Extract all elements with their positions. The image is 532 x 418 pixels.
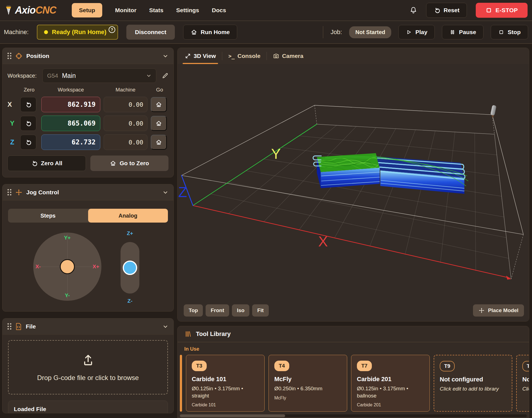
go-x-button[interactable] xyxy=(151,97,167,112)
edit-workspace-icon[interactable] xyxy=(162,72,168,79)
estop-button[interactable]: E-STOP xyxy=(476,3,528,18)
tab-3d-view[interactable]: 3D View xyxy=(181,48,219,64)
zero-y-button[interactable] xyxy=(20,116,36,131)
jog-label-y-plus: Y+ xyxy=(64,235,71,241)
tool-note: McFly xyxy=(274,396,341,401)
xy-jog-knob[interactable] xyxy=(60,259,75,274)
drag-handle-icon[interactable] xyxy=(7,53,11,59)
loaded-file-label: Loaded File xyxy=(14,406,162,412)
drill-logo-icon xyxy=(4,5,13,16)
zero-x-button[interactable] xyxy=(20,97,36,112)
tool-name: McFly xyxy=(274,376,341,383)
nav-tab-stats[interactable]: Stats xyxy=(149,7,163,14)
drag-handle-icon[interactable] xyxy=(7,189,11,195)
column-header-machine: Machine xyxy=(104,87,147,93)
tab-camera[interactable]: Camera xyxy=(270,48,307,64)
run-home-button[interactable]: Run Home xyxy=(183,25,237,40)
tab-console[interactable]: >_ Console xyxy=(225,48,264,64)
nav-tab-docs[interactable]: Docs xyxy=(212,7,226,14)
tool-badge: T7 xyxy=(357,361,372,371)
gcode-dropzone[interactable]: Drop G-code file or click to browse xyxy=(8,340,168,394)
main-nav-tabs: Setup Monitor Stats Settings Docs xyxy=(72,3,226,17)
play-button[interactable]: Play xyxy=(398,25,435,39)
position-panel-header[interactable]: Position xyxy=(2,48,173,64)
divider xyxy=(222,52,222,60)
tool-library-scrollbar[interactable] xyxy=(180,414,527,417)
loaded-file-card: Loaded File setup3.nc xyxy=(8,401,168,413)
tool-cylinder xyxy=(490,105,497,118)
go-z-button[interactable] xyxy=(151,135,167,150)
tool-note: Carbide 101 xyxy=(192,402,259,407)
workspace-z-field[interactable]: 62.732 xyxy=(41,134,100,150)
tool-badge: T9 xyxy=(440,361,455,371)
scrollbar-thumb[interactable] xyxy=(180,414,285,417)
home-icon xyxy=(191,29,197,35)
workspace-label: Workspace: xyxy=(7,73,39,79)
tool-card-t10[interactable]: T10 Not configured Click edit to add to … xyxy=(516,355,529,412)
tool-card-t3[interactable]: T3 Carbide 101 Ø0.125in • 3.175mm • stra… xyxy=(186,355,265,412)
status-help-icon[interactable]: ? xyxy=(109,26,115,33)
machine-label: Machine: xyxy=(4,29,29,36)
column-header-go: Go xyxy=(151,87,168,93)
go-to-zero-button[interactable]: Go to Zero xyxy=(90,156,169,171)
tool-card-row: T3 Carbide 101 Ø0.125in • 3.175mm • stra… xyxy=(178,355,529,412)
disconnect-button[interactable]: Disconnect xyxy=(126,25,175,40)
place-model-button[interactable]: Place Model xyxy=(473,304,524,317)
jog-panel-header[interactable]: Jog Control xyxy=(2,184,173,200)
divider xyxy=(267,52,267,60)
camera-icon xyxy=(273,53,279,59)
chevron-down-icon xyxy=(146,73,152,78)
pause-button[interactable]: Pause xyxy=(442,25,484,39)
3d-scene[interactable]: Y X Z xyxy=(178,64,529,322)
tool-card-t4[interactable]: T4 McFly Ø0.250in • 6.350mm McFly xyxy=(268,355,347,412)
tool-card-t9[interactable]: T9 Not configured Click edit to add to l… xyxy=(434,355,512,412)
view-top-button[interactable]: Top xyxy=(184,304,203,317)
crosshair-target-icon xyxy=(15,52,22,60)
jog-panel-title: Jog Control xyxy=(26,189,59,196)
chevron-down-icon[interactable] xyxy=(162,53,168,59)
view-front-button[interactable]: Front xyxy=(206,304,229,317)
z-jog-slider[interactable] xyxy=(121,242,139,294)
position-panel-title: Position xyxy=(26,53,49,59)
tool-note: Carbide 201 xyxy=(357,402,424,407)
machine-x-field: 0.00 xyxy=(104,97,147,112)
tool-group-label: In Use xyxy=(184,346,529,352)
z-jog-knob[interactable] xyxy=(123,261,137,275)
jog-mode-steps[interactable]: Steps xyxy=(8,209,88,223)
tool-specs: Click edit to add to library xyxy=(522,385,529,392)
reset-button[interactable]: Reset xyxy=(426,3,467,18)
machine-z-field: 0.00 xyxy=(104,134,147,150)
3d-scene-svg: Y X Z xyxy=(178,64,529,322)
file-panel-header[interactable]: File xyxy=(2,318,173,335)
tool-badge: T4 xyxy=(274,361,289,371)
jog-label-z-plus: Z+ xyxy=(127,230,133,236)
workspace-name: Main xyxy=(62,72,76,80)
chevron-down-icon[interactable] xyxy=(162,189,168,195)
nav-tab-monitor[interactable]: Monitor xyxy=(115,7,136,14)
jog-mode-analog[interactable]: Analog xyxy=(88,209,168,223)
nav-tab-setup[interactable]: Setup xyxy=(72,3,102,17)
workspace-y-field[interactable]: 865.069 xyxy=(41,116,100,131)
stop-button[interactable]: Stop xyxy=(491,25,528,39)
tool-card-t7[interactable]: T7 Carbide 201 Ø0.125in • 3.175mm • ball… xyxy=(351,355,430,412)
top-nav-bar: AxioCNC Setup Monitor Stats Settings Doc… xyxy=(0,0,532,21)
notification-bell-icon[interactable] xyxy=(410,6,417,14)
drag-handle-icon[interactable] xyxy=(7,323,11,330)
divider xyxy=(323,26,323,38)
column-header-zero: Zero xyxy=(20,87,38,93)
workspace-select[interactable]: G54 Main xyxy=(42,68,156,83)
view-fit-button[interactable]: Fit xyxy=(252,304,268,317)
chevron-down-icon[interactable] xyxy=(162,323,168,330)
floor-grid xyxy=(211,125,509,271)
view-iso-button[interactable]: Iso xyxy=(232,304,249,317)
machine-status-bar: Machine: Ready (Run Home) ? Disconnect R… xyxy=(0,21,532,44)
workspace-x-field[interactable]: 862.919 xyxy=(41,97,100,112)
zero-all-button[interactable]: Zero All xyxy=(7,156,86,171)
file-panel-title: File xyxy=(26,323,36,330)
tool-library-icon xyxy=(184,330,191,338)
nav-tab-settings[interactable]: Settings xyxy=(176,7,199,14)
dropzone-text: Drop G-code file or click to browse xyxy=(37,374,139,382)
go-y-button[interactable] xyxy=(151,116,167,131)
xy-jog-pad[interactable]: Y+ Y- X- X+ xyxy=(33,233,101,301)
zero-z-button[interactable] xyxy=(20,135,36,150)
